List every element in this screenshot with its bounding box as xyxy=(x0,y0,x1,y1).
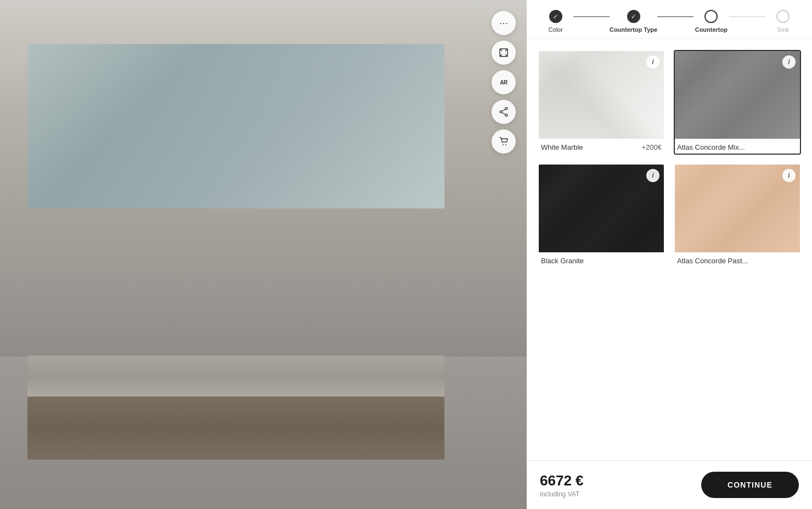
option-card-white-marble[interactable]: iWhite Marble+200€ xyxy=(538,50,665,155)
svg-line-8 xyxy=(502,109,505,111)
connector-2 xyxy=(657,16,693,17)
checkmark-icon xyxy=(553,13,558,20)
option-card-atlas-concorde-mix[interactable]: iAtlas Concorde Mix... xyxy=(674,50,801,155)
right-panel: Color Countertop Type Countertop Sink iW… xyxy=(527,0,812,509)
more-options-button[interactable]: ⋯ xyxy=(492,11,516,35)
option-label-row-atlas-concorde-mix: Atlas Concorde Mix... xyxy=(675,139,800,154)
checkmark-icon-2 xyxy=(631,13,636,20)
step-circle-color xyxy=(549,10,562,23)
svg-point-6 xyxy=(500,111,502,113)
swatch-black-granite xyxy=(539,165,664,252)
connector-1 xyxy=(573,16,609,17)
stepper: Color Countertop Type Countertop Sink xyxy=(527,0,812,39)
options-grid: iWhite Marble+200€iAtlas Concorde Mix...… xyxy=(527,39,812,460)
step-label-sink: Sink xyxy=(777,26,789,33)
share-button[interactable] xyxy=(492,100,516,124)
step-sink[interactable]: Sink xyxy=(765,10,801,33)
info-button-white-marble[interactable]: i xyxy=(646,55,659,69)
option-name-black-granite: Black Granite xyxy=(541,257,584,265)
info-button-atlas-concorde-past[interactable]: i xyxy=(782,169,796,182)
bottom-bar: 6672 € including VAT CONTINUE xyxy=(527,460,812,509)
price-value: 6672 € xyxy=(540,472,584,489)
step-circle-countertop-type xyxy=(627,10,640,23)
connector-3 xyxy=(729,16,765,17)
option-name-atlas-concorde-mix: Atlas Concorde Mix... xyxy=(677,143,745,151)
info-button-black-granite[interactable]: i xyxy=(646,169,659,182)
step-label-color: Color xyxy=(549,26,563,33)
option-name-white-marble: White Marble xyxy=(541,143,583,151)
svg-point-11 xyxy=(505,144,506,145)
step-label-countertop-type: Countertop Type xyxy=(610,26,657,33)
svg-point-7 xyxy=(505,114,507,116)
option-name-atlas-concorde-past: Atlas Concorde Past... xyxy=(677,257,748,265)
floating-buttons: ⋯ AR xyxy=(492,11,516,154)
svg-point-5 xyxy=(505,108,507,110)
svg-line-9 xyxy=(502,112,505,115)
step-countertop-type[interactable]: Countertop Type xyxy=(610,10,657,33)
image-panel: ⋯ AR xyxy=(0,0,527,509)
option-card-atlas-concorde-past[interactable]: iAtlas Concorde Past... xyxy=(674,163,801,268)
cart-button[interactable] xyxy=(492,129,516,154)
swatch-white-marble xyxy=(539,51,664,139)
swatch-atlas-concorde-mix xyxy=(675,51,800,139)
step-circle-countertop xyxy=(704,10,718,23)
price-section: 6672 € including VAT xyxy=(540,472,584,498)
option-label-row-white-marble: White Marble+200€ xyxy=(539,139,664,154)
option-price-white-marble: +200€ xyxy=(641,143,662,151)
swatch-atlas-concorde-past xyxy=(675,165,800,252)
svg-point-10 xyxy=(503,144,504,145)
option-label-row-black-granite: Black Granite xyxy=(539,252,664,267)
view-3d-button[interactable] xyxy=(492,41,516,65)
option-card-black-granite[interactable]: iBlack Granite xyxy=(538,163,665,268)
price-vat: including VAT xyxy=(540,490,584,498)
step-circle-sink xyxy=(776,10,790,23)
option-label-row-atlas-concorde-past: Atlas Concorde Past... xyxy=(675,252,800,267)
info-button-atlas-concorde-mix[interactable]: i xyxy=(782,55,796,69)
step-color[interactable]: Color xyxy=(538,10,573,33)
continue-button[interactable]: CONTINUE xyxy=(701,472,799,498)
ar-button[interactable]: AR xyxy=(492,70,516,94)
step-label-countertop: Countertop xyxy=(695,26,728,33)
step-countertop[interactable]: Countertop xyxy=(693,10,729,33)
